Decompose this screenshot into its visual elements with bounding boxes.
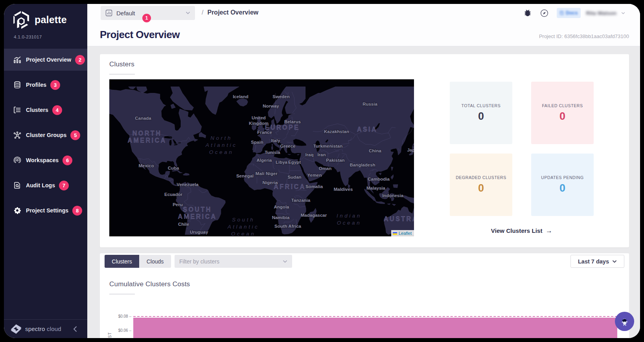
svg-text:China: China (369, 148, 382, 153)
svg-text:NORTH: NORTH (132, 130, 162, 137)
svg-text:Angola: Angola (274, 205, 290, 209)
svg-text:Ocean: Ocean (337, 220, 361, 226)
svg-text:AMERICA: AMERICA (178, 213, 217, 220)
svg-text:Mexico: Mexico (139, 163, 154, 168)
svg-text:Pakistan: Pakistan (326, 158, 344, 163)
svg-text:Leaflet: Leaflet (399, 231, 412, 236)
svg-text:Yemen: Yemen (307, 173, 322, 177)
svg-text:Norway: Norway (263, 104, 279, 108)
svg-text:Tunisia: Tunisia (265, 150, 280, 155)
svg-text:Iraq: Iraq (305, 152, 313, 157)
svg-text:ASIA: ASIA (357, 126, 377, 133)
svg-text:Malaysia: Malaysia (366, 186, 386, 190)
svg-text:Namibia: Namibia (272, 215, 290, 220)
svg-text:Italy: Italy (271, 138, 280, 143)
svg-text:Senegal: Senegal (236, 174, 254, 178)
svg-text:Spain: Spain (251, 140, 263, 144)
svg-text:AUSTRALIA: AUSTRALIA (384, 216, 414, 222)
svg-text:Venezuela: Venezuela (177, 182, 199, 187)
svg-text:Greece: Greece (280, 144, 295, 148)
svg-text:Uruguay: Uruguay (190, 230, 208, 234)
svg-text:South Africa: South Africa (274, 224, 302, 229)
svg-text:Cuba: Cuba (168, 166, 179, 170)
svg-text:Turkmenistan: Turkmenistan (313, 144, 343, 148)
svg-text:Mali: Mali (256, 171, 264, 176)
svg-text:Sweden: Sweden (272, 94, 289, 99)
svg-text:Iceland: Iceland (233, 94, 248, 99)
svg-text:Maldives: Maldives (334, 187, 353, 192)
svg-text:Oman: Oman (319, 166, 332, 171)
svg-text:Japan: Japan (407, 148, 414, 152)
svg-text:Ocean: Ocean (231, 231, 256, 236)
svg-text:Chile: Chile (178, 222, 189, 227)
svg-text:South: South (232, 217, 255, 223)
svg-text:Tanzania: Tanzania (291, 198, 311, 203)
svg-text:Libya: Libya (276, 160, 288, 165)
svg-text:North: North (210, 135, 232, 141)
svg-text:Cambodia: Cambodia (368, 177, 390, 181)
svg-text:AMERICA: AMERICA (127, 137, 166, 144)
svg-text:Indian: Indian (337, 213, 362, 219)
svg-text:Nigeria: Nigeria (263, 180, 278, 185)
svg-text:Canada: Canada (135, 116, 151, 121)
svg-text:Egypt: Egypt (288, 160, 301, 165)
svg-text:Ecuador: Ecuador (164, 192, 183, 197)
svg-text:Algeria: Algeria (257, 158, 272, 163)
svg-text:Indonesia: Indonesia (382, 193, 403, 198)
svg-text:United: United (252, 115, 266, 120)
svg-text:Somalia: Somalia (305, 184, 323, 189)
svg-text:Kazakhstan: Kazakhstan (324, 129, 349, 134)
svg-text:SOUTH: SOUTH (183, 206, 212, 213)
svg-text:Atlantic: Atlantic (205, 142, 237, 148)
svg-text:Sudan: Sudan (287, 175, 301, 179)
svg-text:Ocean: Ocean (209, 149, 234, 155)
svg-text:Madagascar: Madagascar (301, 213, 327, 218)
svg-text:AFRICA: AFRICA (274, 183, 305, 190)
svg-text:Kingdom: Kingdom (249, 121, 269, 126)
svg-text:Atlantic: Atlantic (227, 224, 259, 230)
svg-text:Iran: Iran (317, 152, 326, 157)
svg-text:Russia: Russia (362, 102, 377, 106)
svg-text:Belarus: Belarus (284, 119, 301, 124)
svg-text:France: France (257, 130, 272, 135)
svg-text:Bangladesh: Bangladesh (350, 163, 375, 167)
svg-text:Peru: Peru (173, 202, 183, 207)
svg-text:Niger: Niger (266, 171, 278, 176)
